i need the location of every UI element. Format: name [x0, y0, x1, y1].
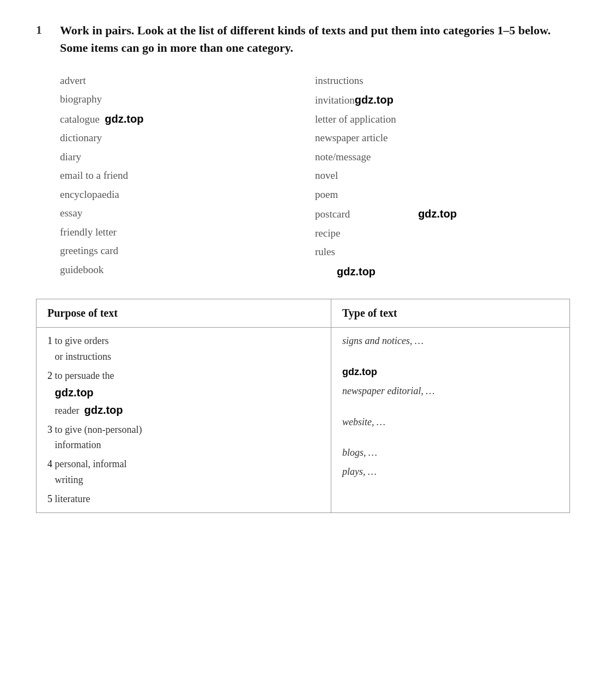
exercise-container: 1 Work in pairs. Look at the list of dif…: [36, 22, 570, 513]
type-text: signs and notices, … gdz.top newspaper e…: [342, 333, 559, 480]
purpose-text: 1 to give orders or instructions 2 to pe…: [47, 333, 320, 506]
word-item: note/message: [315, 149, 570, 165]
word-item: rules: [315, 244, 570, 260]
categories-table: Purpose of text Type of text 1 to give o…: [36, 299, 570, 512]
table-header-row: Purpose of text Type of text: [37, 299, 570, 328]
exercise-number: 1: [36, 22, 49, 57]
word-item: letter of application: [315, 112, 570, 128]
type-cell-1: signs and notices, … gdz.top newspaper e…: [331, 328, 569, 512]
word-item: encyclopaedia: [60, 187, 315, 203]
exercise-instruction: Work in pairs. Look at the list of diffe…: [60, 22, 570, 57]
purpose-cell-1: 1 to give orders or instructions 2 to pe…: [37, 328, 331, 512]
word-item: novel: [315, 168, 570, 184]
word-item: dictionary: [60, 130, 315, 146]
purpose-header: Purpose of text: [37, 299, 331, 328]
right-word-column: instructions invitationgdz.top letter of…: [315, 73, 570, 280]
word-item: newspaper article: [315, 130, 570, 146]
word-item: instructions: [315, 73, 570, 89]
table-row: 1 to give orders or instructions 2 to pe…: [37, 328, 570, 512]
word-item: essay: [60, 206, 315, 221]
word-item: gdz.top: [315, 263, 570, 280]
exercise-header: 1 Work in pairs. Look at the list of dif…: [36, 22, 570, 57]
word-item: poem: [315, 187, 570, 203]
word-item: advert: [60, 73, 315, 89]
word-item: invitationgdz.top: [315, 92, 570, 108]
word-item: greetings card: [60, 243, 315, 259]
word-item: friendly letter: [60, 225, 315, 240]
table-section: Purpose of text Type of text 1 to give o…: [36, 299, 570, 512]
word-item: diary: [60, 149, 315, 165]
word-item: guidebook: [60, 262, 315, 278]
word-item: recipe: [315, 226, 570, 242]
word-item: catalogue gdz.top: [60, 111, 315, 128]
word-item: biography: [60, 92, 315, 107]
word-item: email to a friend: [60, 168, 315, 184]
left-word-column: advert biography catalogue gdz.top dicti…: [60, 73, 315, 280]
word-list-section: advert biography catalogue gdz.top dicti…: [36, 73, 570, 280]
type-header: Type of text: [331, 299, 569, 328]
word-item: postcard gdz.top: [315, 206, 570, 222]
